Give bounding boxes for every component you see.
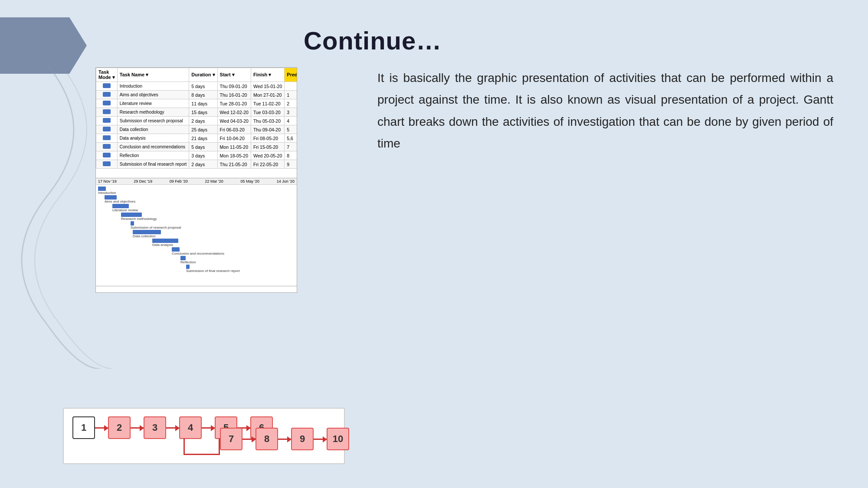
flow-node-2: 2 — [108, 416, 131, 439]
task-duration-cell: 5 days — [189, 143, 217, 151]
task-duration-cell: 11 days — [189, 99, 217, 108]
col-header-name: Task Name ▾ — [117, 68, 189, 82]
task-predecessors-cell: 1 — [285, 91, 297, 99]
task-predecessors-cell: 3 — [285, 108, 297, 117]
flow-arrow-1-2 — [95, 427, 108, 429]
flow-arrow-7-8 — [242, 439, 255, 440]
task-finish-cell: Thu 05-03-20 — [251, 117, 284, 125]
table-row: Data analysis 21 days Fri 10-04-20 Fri 0… — [96, 134, 298, 143]
task-name-cell: Literature review — [117, 99, 189, 108]
task-finish-cell: Fri 22-05-20 — [251, 160, 284, 169]
gantt-bar-row: Aims and objectives — [96, 193, 297, 201]
flow-node-7: 7 — [220, 428, 242, 450]
task-finish-cell: Tue 11-02-20 — [251, 99, 284, 108]
task-start-cell: Tue 28-01-20 — [217, 99, 251, 108]
gantt-bar — [152, 239, 178, 243]
flow-arrow-9-10 — [314, 439, 327, 440]
task-mode-cell — [96, 160, 118, 169]
gantt-bar — [186, 265, 190, 269]
gantt-bar-row: Conclusion and recommendations — [96, 246, 297, 253]
task-duration-cell: 21 days — [189, 134, 217, 143]
task-start-cell: Fri 06-03-20 — [217, 125, 251, 134]
flow-node-4: 4 — [179, 416, 202, 439]
task-start-cell: Wed 12-02-20 — [217, 108, 251, 117]
task-mode-cell — [96, 151, 118, 160]
task-start-cell: Thu 21-05-20 — [217, 160, 251, 169]
flow-node-8: 8 — [255, 428, 278, 450]
gantt-bar — [133, 230, 161, 234]
gantt-bar — [180, 256, 186, 260]
page-title: Continue… — [304, 26, 825, 55]
gantt-bar-row: Literature review — [96, 202, 297, 210]
task-name-cell: Conclusion and recommendations — [117, 143, 189, 151]
task-start-cell: Wed 04-03-20 — [217, 117, 251, 125]
task-duration-cell: 2 days — [189, 160, 217, 169]
flow-bottom-row: 7 8 9 10 — [220, 428, 349, 450]
task-mode-cell — [96, 99, 118, 108]
gantt-bar — [105, 195, 117, 200]
task-predecessors-cell: 5 — [285, 125, 297, 134]
task-finish-cell: Mon 27-01-20 — [251, 91, 284, 99]
table-row: Research methodology 15 days Wed 12-02-2… — [96, 108, 298, 117]
flow-arrow-8-9 — [278, 439, 291, 440]
task-finish-cell: Thu 09-04-20 — [251, 125, 284, 134]
gantt-bar — [172, 247, 180, 252]
task-predecessors-cell: 2 — [285, 99, 297, 108]
task-predecessors-cell: 5,6 — [285, 134, 297, 143]
table-row: Submission of research proposal 2 days W… — [96, 117, 298, 125]
task-duration-cell: 8 days — [189, 91, 217, 99]
gantt-bar-row: Submission of research proposal — [96, 219, 297, 227]
table-row: Conclusion and recommendations 5 days Mo… — [96, 143, 298, 151]
gantt-bar-row: Reflection — [96, 254, 297, 262]
flow-node-9: 9 — [291, 428, 314, 450]
task-start-cell: Fri 10-04-20 — [217, 134, 251, 143]
task-finish-cell: Wed 15-01-20 — [251, 82, 284, 91]
task-start-cell: Thu 09-01-20 — [217, 82, 251, 91]
task-mode-cell — [96, 143, 118, 151]
flow-arrow-3-4 — [166, 427, 179, 429]
table-row: Literature review 11 days Tue 28-01-20 T… — [96, 99, 298, 108]
gantt-table: TaskMode ▾ Task Name ▾ Duration ▾ Start … — [96, 68, 297, 169]
gantt-bar — [131, 221, 134, 226]
gantt-bar — [98, 187, 106, 191]
gantt-bar-row: Introduction — [96, 185, 297, 193]
task-finish-cell: Tue 03-03-20 — [251, 108, 284, 117]
task-duration-cell: 3 days — [189, 151, 217, 160]
task-predecessors-cell: 4 — [285, 117, 297, 125]
task-name-cell: Aims and objectives — [117, 91, 189, 99]
task-predecessors-cell — [285, 82, 297, 91]
col-header-start: Start ▾ — [217, 68, 251, 82]
task-name-cell: Data analysis — [117, 134, 189, 143]
task-duration-cell: 5 days — [189, 82, 217, 91]
task-mode-cell — [96, 108, 118, 117]
gantt-bar-row: Submission of final research report — [96, 263, 297, 271]
gantt-bar-row: Data collection — [96, 228, 297, 236]
gantt-date-header: 17 Nov '19 29 Dec '19 09 Feb '20 22 Mar … — [96, 178, 297, 185]
gantt-bar — [112, 204, 129, 208]
task-name-cell: Research methodology — [117, 108, 189, 117]
task-start-cell: Thu 16-01-20 — [217, 91, 251, 99]
col-header-predecessors: Predecessors ▾ — [285, 68, 297, 82]
gantt-bar-label: Submission of final research report — [186, 269, 240, 273]
task-finish-cell: Fri 08-05-20 — [251, 134, 284, 143]
task-duration-cell: 25 days — [189, 125, 217, 134]
gantt-bar-row: Data analysis — [96, 237, 297, 245]
flow-diagram: 1 2 3 4 5 6 7 — [63, 408, 345, 464]
table-row: Submission of final research report 2 da… — [96, 160, 298, 169]
task-mode-cell — [96, 117, 118, 125]
table-row: Data collection 25 days Fri 06-03-20 Thu… — [96, 125, 298, 134]
flow-node-1: 1 — [72, 416, 95, 439]
task-mode-cell — [96, 134, 118, 143]
description-paragraph: It is basically the graphic presentation… — [377, 67, 833, 155]
task-mode-cell — [96, 82, 118, 91]
col-header-mode: TaskMode ▾ — [96, 68, 118, 82]
flow-node-10: 10 — [327, 428, 349, 450]
task-finish-cell: Fri 15-05-20 — [251, 143, 284, 151]
horiz-connector-bottom — [183, 454, 220, 455]
col-header-duration: Duration ▾ — [189, 68, 217, 82]
flow-node-3: 3 — [144, 416, 166, 439]
gantt-bars-container: IntroductionAims and objectivesLiteratur… — [96, 185, 297, 285]
task-start-cell: Mon 11-05-20 — [217, 143, 251, 151]
task-finish-cell: Wed 20-05-20 — [251, 151, 284, 160]
table-row: Reflection 3 days Mon 18-05-20 Wed 20-05… — [96, 151, 298, 160]
